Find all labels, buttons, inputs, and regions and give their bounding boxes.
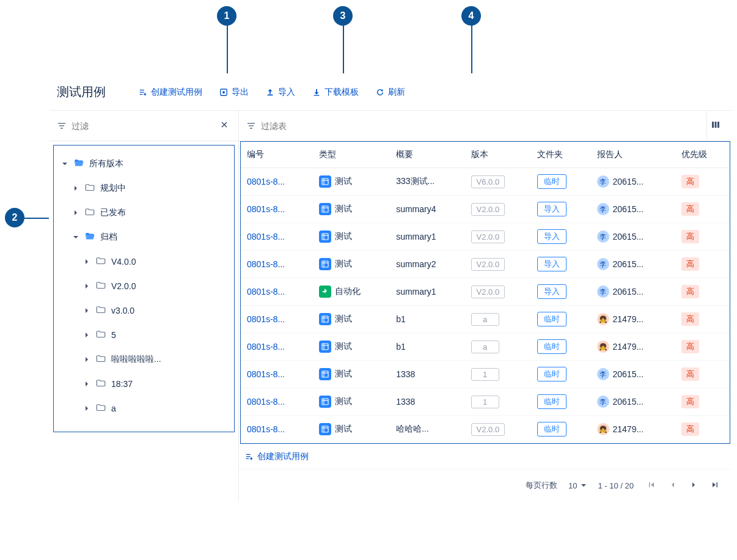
create-testcase-button[interactable]: 创建测试用例 [130,83,211,101]
table-row[interactable]: 0801s-8...测试summary2V2.0.0导入李20615...高 [241,251,730,278]
priority-badge: 高 [681,230,699,243]
version-badge[interactable]: V2.0.0 [471,423,505,436]
caret-right-icon [83,356,90,363]
cell-summary: summary1 [390,223,464,251]
callout-2: 2 [5,208,24,227]
table-row[interactable]: 0801s-8...自动化summary1V2.0.0导入李20615...高 [241,278,730,306]
col-folder[interactable]: 文件夹 [531,142,591,168]
tree-node[interactable]: v3.0.0 [57,298,230,323]
version-badge[interactable]: 1 [471,368,499,381]
folder-badge[interactable]: 导入 [537,229,566,244]
callout-3-label: 3 [340,10,346,21]
export-button[interactable]: 导出 [211,83,257,101]
version-badge[interactable]: a [471,341,499,353]
tree-node[interactable]: V4.0.0 [57,249,230,274]
sidebar-filter-input[interactable] [67,120,218,131]
cell-id[interactable]: 0801s-8... [241,416,313,443]
inline-create-testcase-button[interactable]: 创建测试用例 [245,451,309,462]
caret-right-icon [83,259,90,265]
tree-node[interactable]: 5 [57,323,230,347]
tree-node[interactable]: 归档 [57,225,230,249]
folder-badge[interactable]: 临时 [537,339,566,354]
col-type[interactable]: 类型 [313,142,390,168]
cell-id[interactable]: 0801s-8... [241,361,313,388]
callout-1: 1 [217,6,237,26]
cell-id[interactable]: 0801s-8... [241,196,313,223]
cell-folder: 导入 [531,251,591,278]
folder-badge[interactable]: 导入 [537,202,566,216]
page-size-select[interactable]: 10 [568,481,587,490]
reporter-label: 20615... [613,287,644,297]
version-badge[interactable]: V2.0.0 [471,258,505,271]
download-template-button[interactable]: 下载模板 [304,83,367,101]
next-page-button[interactable] [688,479,700,493]
tree-node[interactable]: 已发布 [57,201,230,225]
cell-id[interactable]: 0801s-8... [241,306,313,333]
column-config-button[interactable] [706,111,724,141]
reporter-label: 20615... [613,369,644,379]
folder-badge[interactable]: 临时 [537,394,566,409]
cell-summary: b1 [390,306,464,333]
import-label: 导入 [278,87,295,98]
test-type-icon [319,203,331,215]
table-row[interactable]: 0801s-8...测试333测试...V6.0.0临时李20615...高 [241,168,730,196]
tree-node-label: a [111,403,116,413]
table-row[interactable]: 0801s-8...测试b1a临时👧21479...高 [241,333,730,361]
tree-node[interactable]: 规划中 [57,176,230,201]
folder-badge[interactable]: 临时 [537,174,566,189]
sidebar-filter-clear-button[interactable] [218,117,231,134]
version-badge[interactable]: a [471,313,499,326]
test-type-icon [319,258,331,270]
cell-id[interactable]: 0801s-8... [241,333,313,361]
priority-badge: 高 [681,202,699,216]
version-badge[interactable]: V2.0.0 [471,230,505,243]
table-row[interactable]: 0801s-8...测试13381临时李20615...高 [241,388,730,416]
version-badge[interactable]: V2.0.0 [471,286,505,298]
table-row[interactable]: 0801s-8...测试summary1V2.0.0导入李20615...高 [241,223,730,251]
folder-badge[interactable]: 导入 [537,257,566,271]
table-row[interactable]: 0801s-8...测试哈哈哈...V2.0.0临时👧21479...高 [241,416,730,443]
cell-version: V2.0.0 [465,416,531,443]
col-version[interactable]: 版本 [465,142,531,168]
cell-reporter: 李20615... [591,278,676,306]
cell-reporter: 👧21479... [591,416,676,443]
avatar: 李 [597,203,609,215]
svg-rect-5 [715,122,717,128]
cell-id[interactable]: 0801s-8... [241,251,313,278]
first-page-button[interactable] [645,478,658,493]
table-row[interactable]: 0801s-8...测试b1a临时👧21479...高 [241,306,730,333]
version-badge[interactable]: V2.0.0 [471,203,505,216]
tree-node[interactable]: a [57,396,230,421]
version-badge[interactable]: 1 [471,396,499,408]
folder-badge[interactable]: 临时 [537,422,566,437]
tree-node[interactable]: 啦啦啦啦啦... [57,347,230,372]
caret-right-icon [83,308,90,314]
import-button[interactable]: 导入 [257,83,304,101]
reporter-label: 20615... [613,177,644,186]
page-title: 测试用例 [57,84,106,100]
download-icon [312,88,321,97]
folder-badge[interactable]: 导入 [537,284,566,299]
cell-id[interactable]: 0801s-8... [241,168,313,196]
refresh-button[interactable]: 刷新 [367,83,414,101]
cell-id[interactable]: 0801s-8... [241,388,313,416]
table-row[interactable]: 0801s-8...测试13381临时李20615...高 [241,361,730,388]
col-priority[interactable]: 优先级 [675,142,730,168]
last-page-button[interactable] [708,478,722,493]
cell-id[interactable]: 0801s-8... [241,278,313,306]
tree-node[interactable]: V2.0.0 [57,274,230,298]
folder-badge[interactable]: 临时 [537,312,566,326]
prev-page-button[interactable] [667,479,679,493]
table-row[interactable]: 0801s-8...测试summary4V2.0.0导入李20615...高 [241,196,730,223]
col-reporter[interactable]: 报告人 [591,142,676,168]
tree-node[interactable]: 所有版本 [57,152,230,176]
version-badge[interactable]: V6.0.0 [471,175,505,188]
testcase-table: 编号 类型 概要 版本 文件夹 报告人 优先级 0801s-8...测试333测… [241,142,730,443]
col-summary[interactable]: 概要 [390,142,464,168]
folder-badge[interactable]: 临时 [537,367,566,381]
content-filter-input[interactable] [256,120,706,131]
col-id[interactable]: 编号 [241,142,313,168]
chevron-right-icon [690,481,697,488]
cell-id[interactable]: 0801s-8... [241,223,313,251]
tree-node[interactable]: 18:37 [57,372,230,396]
